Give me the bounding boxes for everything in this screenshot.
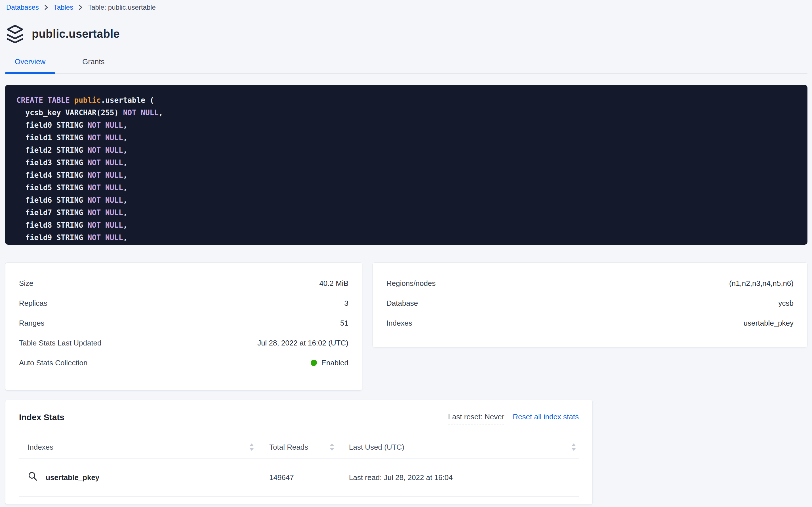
detail-value: 40.2 MiB <box>319 279 349 288</box>
status-text: Enabled <box>321 358 349 367</box>
index-name: usertable_pkey <box>46 473 99 482</box>
column-header-label: Total Reads <box>269 443 308 452</box>
detail-row-auto-stats: Auto Stats Collection Enabled <box>19 353 349 373</box>
last-reset-label[interactable]: Last reset: Never <box>448 412 504 425</box>
sort-icon[interactable] <box>249 443 254 451</box>
detail-row-replicas: Replicas 3 <box>19 293 349 313</box>
index-stats-header: Index Stats Last reset: Never Reset all … <box>19 400 579 425</box>
chevron-right-icon <box>78 3 83 11</box>
page-title: public.usertable <box>32 27 120 40</box>
breadcrumb-current: Table: public.usertable <box>88 3 156 11</box>
total-reads-cell: 149647 <box>258 473 339 482</box>
detail-value: Enabled <box>311 358 349 367</box>
detail-label: Database <box>386 299 418 308</box>
index-link[interactable]: usertable_pkey <box>27 471 99 484</box>
index-stats-table-row: usertable_pkey 149647 Last read: Jul 28,… <box>19 458 579 497</box>
detail-row-size: Size 40.2 MiB <box>19 273 349 293</box>
detail-row-indexes: Indexes usertable_pkey <box>386 313 794 333</box>
detail-row-stats-updated: Table Stats Last Updated Jul 28, 2022 at… <box>19 333 349 353</box>
detail-row-regions: Regions/nodes (n1,n2,n3,n4,n5,n6) <box>386 273 794 293</box>
tab-overview[interactable]: Overview <box>5 57 55 73</box>
index-stats-actions: Last reset: Never Reset all index stats <box>448 412 579 425</box>
column-header-indexes[interactable]: Indexes <box>19 443 258 452</box>
detail-value: 3 <box>345 299 349 308</box>
chevron-right-icon <box>44 3 49 11</box>
detail-label: Table Stats Last Updated <box>19 339 102 347</box>
total-reads-value: 149647 <box>269 473 294 482</box>
column-header-label: Last Used (UTC) <box>349 443 404 452</box>
column-header-total-reads[interactable]: Total Reads <box>258 443 339 452</box>
detail-value: (n1,n2,n3,n4,n5,n6) <box>729 279 794 288</box>
index-stats-table-header: Indexes Total Reads Last Used (UTC) <box>19 436 579 458</box>
active-tab-underline <box>5 72 55 74</box>
detail-label: Indexes <box>386 319 412 328</box>
detail-label: Auto Stats Collection <box>19 358 87 367</box>
last-used-cell: Last read: Jul 28, 2022 at 16:04 <box>339 473 579 482</box>
breadcrumb: Databases Tables Table: public.usertable <box>5 0 807 11</box>
detail-label: Regions/nodes <box>386 279 436 288</box>
index-stats-card: Index Stats Last reset: Never Reset all … <box>5 400 593 505</box>
column-header-last-used[interactable]: Last Used (UTC) <box>339 443 579 452</box>
tab-grants[interactable]: Grants <box>73 57 114 73</box>
index-name-cell: usertable_pkey <box>19 471 258 484</box>
table-details-page: Databases Tables Table: public.usertable… <box>0 0 812 505</box>
tab-overview-label: Overview <box>15 57 45 66</box>
magnifier-icon <box>27 471 38 484</box>
detail-label: Size <box>19 279 34 288</box>
sql-code: CREATE TABLE public.usertable ( ycsb_key… <box>16 94 796 244</box>
detail-row-ranges: Ranges 51 <box>19 313 349 333</box>
stack-icon <box>6 24 24 43</box>
breadcrumb-link-tables[interactable]: Tables <box>54 3 73 11</box>
detail-value: 51 <box>340 319 349 328</box>
detail-row-database: Database ycsb <box>386 293 794 313</box>
detail-label: Ranges <box>19 319 45 328</box>
column-header-label: Indexes <box>27 443 53 452</box>
regions-card: Regions/nodes (n1,n2,n3,n4,n5,n6) Databa… <box>373 262 807 347</box>
tab-grants-label: Grants <box>82 57 105 66</box>
detail-label: Replicas <box>19 299 47 308</box>
tab-bar: Overview Grants <box>5 57 807 73</box>
details-cards-row: Size 40.2 MiB Replicas 3 Ranges 51 Table… <box>5 262 807 391</box>
table-stats-card: Size 40.2 MiB Replicas 3 Ranges 51 Table… <box>5 262 362 391</box>
detail-value: Jul 28, 2022 at 16:02 (UTC) <box>257 339 349 347</box>
status-dot-enabled-icon <box>311 360 317 366</box>
last-used-value: Last read: Jul 28, 2022 at 16:04 <box>349 473 453 482</box>
sort-icon[interactable] <box>330 443 334 451</box>
index-stats-title: Index Stats <box>19 412 64 422</box>
sort-icon[interactable] <box>571 443 576 451</box>
create-statement-box: CREATE TABLE public.usertable ( ycsb_key… <box>5 85 807 245</box>
detail-value: usertable_pkey <box>744 319 794 328</box>
reset-all-index-stats-link[interactable]: Reset all index stats <box>513 412 579 421</box>
breadcrumb-link-databases[interactable]: Databases <box>6 3 39 11</box>
page-header: public.usertable <box>5 24 807 43</box>
detail-value: ycsb <box>778 299 794 308</box>
